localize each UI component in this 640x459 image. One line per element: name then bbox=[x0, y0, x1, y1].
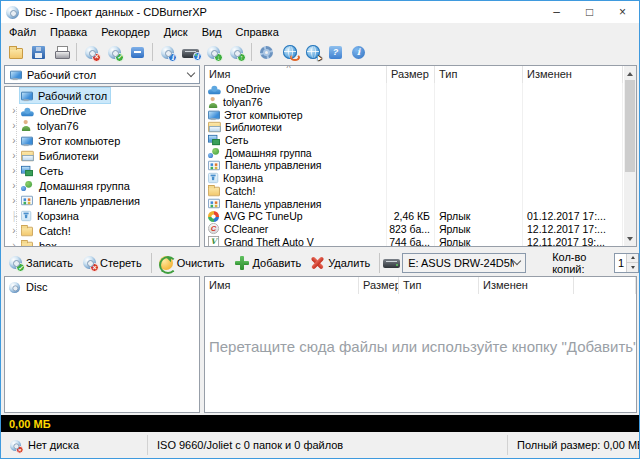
tree-item-catch[interactable]: Catch! bbox=[5, 223, 199, 238]
tree-item-control-panel[interactable]: Панель управления bbox=[5, 193, 199, 208]
website-button[interactable] bbox=[301, 41, 324, 63]
file-row[interactable]: Этот компьютер bbox=[205, 108, 636, 121]
help-button[interactable] bbox=[324, 41, 347, 63]
control-panel-icon bbox=[208, 161, 220, 170]
settings-gear-icon bbox=[260, 46, 273, 59]
file-row[interactable]: Библиотеки bbox=[205, 121, 636, 134]
tree-expander[interactable] bbox=[8, 225, 20, 237]
tree-expander[interactable] bbox=[8, 165, 20, 177]
export-disc-button[interactable] bbox=[225, 41, 248, 63]
scrollbar[interactable] bbox=[624, 66, 636, 246]
tree-expander[interactable] bbox=[8, 105, 20, 117]
column-header-modified[interactable]: Изменен bbox=[479, 277, 574, 294]
minimize-button[interactable]: – bbox=[540, 2, 573, 23]
close-tray-button[interactable] bbox=[126, 41, 149, 63]
x-badge bbox=[16, 445, 24, 453]
close-tray-icon bbox=[131, 47, 144, 58]
tree-item-libraries[interactable]: Библиотеки bbox=[5, 148, 199, 163]
tree-item-box[interactable]: box bbox=[5, 238, 199, 247]
tree-item-homegroup[interactable]: Домашняя группа bbox=[5, 178, 199, 193]
menu-help[interactable]: Справка bbox=[229, 24, 286, 40]
burn-toolbar: Записать Стереть Очистить Добавить Удали… bbox=[1, 249, 639, 276]
open-project-button[interactable] bbox=[4, 41, 27, 63]
column-header-name[interactable]: ^Имя bbox=[205, 66, 387, 83]
stepper-down-icon[interactable] bbox=[627, 262, 638, 272]
copies-label: Кол-во копий: bbox=[552, 251, 608, 275]
column-header-modified[interactable]: Изменен bbox=[523, 66, 623, 83]
drive-info-button[interactable] bbox=[179, 41, 202, 63]
clear-button[interactable]: Очистить bbox=[155, 251, 231, 274]
close-button[interactable]: × bbox=[606, 2, 639, 23]
tree-expander[interactable] bbox=[8, 240, 20, 248]
maximize-button[interactable]: □ bbox=[573, 2, 606, 23]
tree-item-onedrive[interactable]: OneDrive bbox=[5, 103, 199, 118]
menu-disc[interactable]: Диск bbox=[157, 24, 195, 40]
tree-expander[interactable] bbox=[8, 150, 20, 162]
print-button[interactable] bbox=[50, 41, 73, 63]
sort-ascending-icon: ^ bbox=[286, 66, 290, 73]
menu-view[interactable]: Вид bbox=[195, 24, 229, 40]
file-row[interactable]: Корзина bbox=[205, 172, 636, 185]
file-row[interactable]: Панель управления bbox=[205, 159, 636, 172]
erase-button[interactable]: Стереть bbox=[79, 251, 148, 274]
folder-tree: Рабочий стол OneDrive tolyan76 Этот комп… bbox=[4, 86, 200, 247]
drive-select[interactable]: E: ASUS DRW-24D5MT bbox=[402, 253, 526, 273]
copies-value[interactable]: 1 bbox=[615, 254, 626, 272]
folder-tree-pane: Рабочий стол Рабочий стол OneDrive tolya… bbox=[4, 65, 200, 247]
down-arrow-badge bbox=[214, 53, 223, 62]
remove-button[interactable]: Удалить bbox=[307, 251, 376, 274]
menu-file[interactable]: Файл bbox=[2, 24, 43, 40]
column-header-type[interactable]: Тип bbox=[399, 277, 479, 294]
column-header-name[interactable]: Имя bbox=[205, 277, 359, 294]
column-header-size[interactable]: Размер bbox=[359, 277, 399, 294]
scroll-down-icon[interactable] bbox=[624, 232, 636, 246]
stepper-up-icon[interactable] bbox=[627, 254, 638, 263]
settings-button[interactable] bbox=[255, 41, 278, 63]
column-header-type[interactable]: Тип bbox=[435, 66, 523, 83]
tree-item-this-pc[interactable]: Этот компьютер bbox=[5, 133, 199, 148]
disc-icon bbox=[9, 281, 20, 292]
erase-disc-button[interactable] bbox=[80, 41, 103, 63]
tree-expander[interactable] bbox=[8, 195, 20, 207]
onedrive-cloud-icon bbox=[208, 86, 221, 95]
menu-edit[interactable]: Правка bbox=[43, 24, 94, 40]
file-row[interactable]: Сеть bbox=[205, 134, 636, 147]
drive-info-icon bbox=[182, 49, 199, 58]
main-toolbar bbox=[1, 40, 639, 64]
tree-item-desktop[interactable]: Рабочий стол bbox=[5, 88, 199, 103]
file-row[interactable]: Grand Theft Auto V744 ба...Ярлык12.11.20… bbox=[205, 235, 636, 246]
location-combobox[interactable]: Рабочий стол bbox=[4, 65, 200, 84]
chevron-down-icon bbox=[187, 69, 195, 77]
disc-info-button[interactable] bbox=[156, 41, 179, 63]
column-header-size[interactable]: Размер bbox=[387, 66, 435, 83]
tree-item-user[interactable]: tolyan76 bbox=[5, 118, 199, 133]
language-button[interactable] bbox=[278, 41, 301, 63]
tree-item-recycle-bin[interactable]: Корзина bbox=[5, 208, 199, 223]
file-row[interactable]: Домашняя группа bbox=[205, 146, 636, 159]
scrollbar-thumb[interactable] bbox=[625, 80, 635, 172]
file-row[interactable]: AVG PC TuneUp2,46 КБЯрлык01.12.2017 17:.… bbox=[205, 210, 636, 223]
menu-recorder[interactable]: Рекордер bbox=[94, 24, 157, 40]
burn-disc-button[interactable] bbox=[103, 41, 126, 63]
user-icon bbox=[208, 97, 218, 108]
tree-expander[interactable] bbox=[8, 180, 20, 192]
tree-expander[interactable] bbox=[8, 135, 20, 147]
copies-stepper[interactable]: 1 bbox=[614, 253, 639, 273]
burn-button[interactable]: Записать bbox=[5, 251, 79, 274]
save-button[interactable] bbox=[27, 41, 50, 63]
scroll-up-icon[interactable] bbox=[624, 66, 636, 80]
cursor-badge bbox=[312, 52, 324, 64]
file-row[interactable]: Панель управления bbox=[205, 197, 636, 210]
about-button[interactable] bbox=[347, 41, 370, 63]
add-button[interactable]: Добавить bbox=[231, 251, 308, 274]
file-row[interactable]: Catch! bbox=[205, 185, 636, 198]
project-root-item[interactable]: Disc bbox=[5, 279, 199, 295]
file-row[interactable]: CCleaner823 ба...Ярлык12.12.2017 17:... bbox=[205, 223, 636, 236]
tree-expander[interactable] bbox=[8, 120, 20, 132]
disc-status-section: Нет диска bbox=[1, 435, 148, 455]
tree-item-network[interactable]: Сеть bbox=[5, 163, 199, 178]
import-disc-button[interactable] bbox=[202, 41, 225, 63]
file-row[interactable]: OneDrive bbox=[205, 83, 636, 96]
file-row[interactable]: tolyan76 bbox=[205, 96, 636, 109]
control-panel-icon bbox=[21, 196, 33, 205]
